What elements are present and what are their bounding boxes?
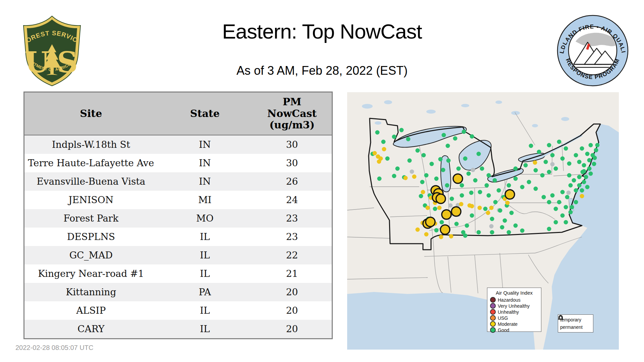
monitor-dot-good <box>557 200 561 204</box>
top-site-marker <box>453 174 463 183</box>
state-cell: IL <box>158 320 252 339</box>
aqi-map: Air Quality Index HazardousVery Unhealth… <box>347 92 619 350</box>
monitor-dot-good <box>450 197 454 201</box>
monitor-dot-good <box>520 185 525 189</box>
pm-cell: 20 <box>252 320 332 339</box>
pm-cell: 20 <box>252 283 332 301</box>
monitor-dot-moderate <box>373 151 377 156</box>
monitor-dot-good <box>580 188 584 193</box>
monitor-dot-good <box>446 144 450 148</box>
monitor-dot-good <box>582 163 586 168</box>
monitor-dot-good <box>587 167 592 171</box>
aqi-item-label: Unhealthy <box>498 309 519 315</box>
monitor-dot-good <box>554 167 558 171</box>
state-cell: MO <box>158 209 252 228</box>
aqi-item-label: Good <box>498 327 509 333</box>
marker-type-legend: temporary permanent <box>558 314 593 333</box>
monitor-dot-good <box>580 146 584 151</box>
monitor-dot-good <box>434 177 439 181</box>
monitor-dot-good <box>408 159 412 163</box>
monitor-dot-moderate <box>580 194 584 198</box>
monitor-dot-good <box>420 180 425 184</box>
monitor-dot-moderate <box>459 202 464 206</box>
monitor-dot-good <box>473 178 478 183</box>
aqi-item-label: Very Unhealthy <box>498 303 530 309</box>
aqi-color-dot-icon <box>490 297 496 303</box>
monitor-dot-good <box>554 220 558 225</box>
monitor-dot-moderate <box>424 232 429 237</box>
site-cell: Evansville-Buena Vista <box>24 172 158 191</box>
monitor-dot-good <box>567 162 572 166</box>
monitor-dot-good <box>567 173 572 178</box>
monitor-dot-good <box>520 229 525 233</box>
monitor-dot-good <box>582 180 586 184</box>
aqi-legend-item: Very Unhealthy <box>490 303 538 309</box>
top-site-marker <box>451 207 461 216</box>
state-cell: PA <box>158 283 252 301</box>
aqi-legend-items: HazardousVery UnhealthyUnhealthyUSGModer… <box>490 297 538 333</box>
monitor-dot-moderate <box>489 206 494 210</box>
monitor-dot-good <box>453 136 458 141</box>
table-row: Forest ParkMO23 <box>24 209 332 228</box>
monitor-dot-good <box>438 157 443 162</box>
monitor-dot-good <box>485 183 489 188</box>
monitor-dot-good <box>547 143 551 147</box>
monitor-dot-good <box>457 167 461 171</box>
monitor-dot-good <box>540 173 545 178</box>
monitor-dot-good <box>585 185 590 189</box>
state-cell: IL <box>158 228 252 246</box>
monitor-dot-moderate <box>412 175 417 179</box>
permanent-triangle-icon <box>558 315 563 320</box>
monitor-dot-good <box>507 183 511 188</box>
monitor-dot-good <box>441 168 445 172</box>
monitor-dot-good <box>454 222 459 226</box>
monitor-dot-moderate <box>470 204 474 208</box>
monitor-dot-missing <box>489 224 494 229</box>
aqi-color-dot-icon <box>490 303 496 309</box>
pm-cell: 30 <box>252 135 332 154</box>
top-site-marker <box>426 217 435 227</box>
table-row: Terre Haute-Lafayette AveIN30 <box>24 154 332 172</box>
top-site-marker <box>505 190 515 199</box>
top-site-marker <box>442 210 451 219</box>
monitor-dot-good <box>416 148 420 153</box>
monitor-dot-good <box>493 178 497 183</box>
monitor-dot-good <box>385 157 390 161</box>
pm-cell: 26 <box>252 172 332 191</box>
monitor-dot-good <box>469 191 474 195</box>
monitor-dot-missing <box>567 191 571 195</box>
monitor-dot-good <box>569 183 573 188</box>
col-header-state: State <box>158 92 252 135</box>
monitor-dot-good <box>392 174 396 178</box>
monitor-dot-good <box>547 170 551 174</box>
monitor-dot-good <box>550 153 555 158</box>
page-title: Eastern: Top NowCast <box>222 19 422 43</box>
monitor-dot-moderate <box>449 234 453 239</box>
table-row: JENISONMI24 <box>24 191 332 209</box>
col-header-site: Site <box>24 92 158 135</box>
monitor-dot-good <box>564 220 568 225</box>
monitor-dot-moderate <box>382 147 386 152</box>
state-cell: IN <box>158 154 252 172</box>
table-row: DESPLNSIL23 <box>24 228 332 246</box>
aqi-item-label: Moderate <box>498 321 518 327</box>
monitor-dot-good <box>594 148 598 153</box>
generation-timestamp: 2022-02-28 08:05:07 UTC <box>15 344 93 352</box>
monitor-dot-good <box>574 200 578 204</box>
monitor-dot-moderate <box>533 161 537 165</box>
monitor-dot-good <box>577 160 582 164</box>
state-cell: IN <box>158 172 252 191</box>
aqi-legend-item: Moderate <box>490 321 538 327</box>
pm-cell: 22 <box>252 246 332 264</box>
table-row: Evansville-Buena VistaIN26 <box>24 172 332 191</box>
monitor-dot-missing <box>448 203 453 208</box>
aqi-legend-title: Air Quality Index <box>490 290 538 296</box>
monitor-dot-good <box>478 190 482 194</box>
forest-service-logo: FOREST SERVICE U S DEPARTMENT OF AGRICUL… <box>21 15 83 88</box>
site-cell: Forest Park <box>24 209 158 228</box>
pm-header-line1: PM <box>253 96 331 108</box>
pm-header-line3: (ug/m3) <box>253 119 331 131</box>
page-subtitle: As of 3 AM, Feb 28, 2022 (EST) <box>236 64 408 78</box>
monitor-dot-good <box>399 128 404 132</box>
monitor-dot-good <box>465 224 469 228</box>
